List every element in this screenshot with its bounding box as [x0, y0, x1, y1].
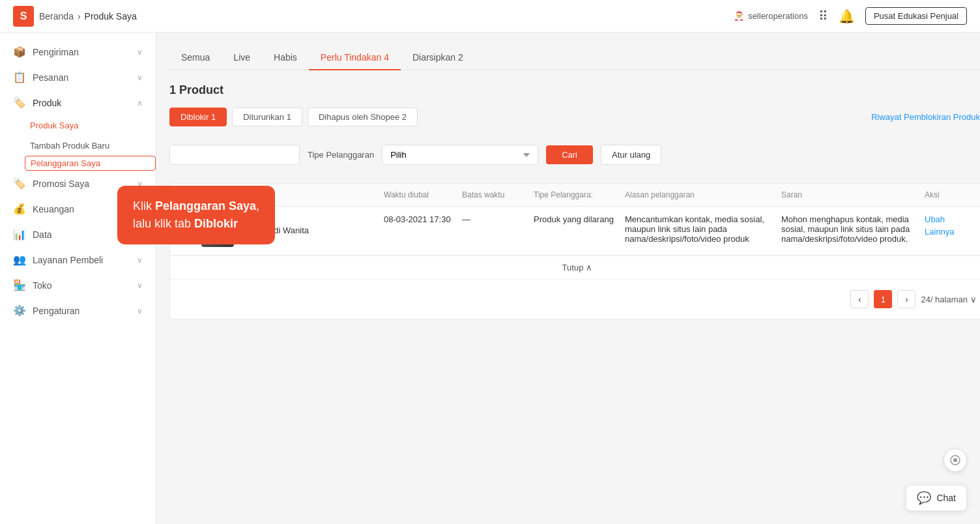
tutup-button[interactable]: Tutup ∧ — [562, 263, 593, 272]
callout-bold1: Pelanggaran Saya — [155, 199, 256, 212]
table-header: Produk Waktu diubal Batas waktu Tipe Pel… — [170, 184, 980, 207]
sidebar-item-pelanggaran-saya[interactable]: Pelanggaran Saya — [25, 156, 156, 171]
current-page[interactable]: 1 — [874, 290, 892, 308]
sidebar-item-tambah-produk[interactable]: Tambah Produk Baru — [30, 136, 156, 156]
per-page-selector[interactable]: 24/ halaman ∨ — [921, 295, 977, 304]
produk-section: 🏷️ Produk ∧ Produk Saya Tambah Produk Ba… — [0, 90, 156, 171]
next-page-button[interactable]: › — [897, 290, 915, 308]
sub-tab-diblokir[interactable]: Diblokir 1 — [169, 108, 227, 126]
tab-habis[interactable]: Habis — [262, 46, 309, 70]
chevron-down-icon: ∨ — [137, 255, 143, 265]
sub-tab-dihapus[interactable]: Dihapus oleh Shopee 2 — [308, 108, 418, 126]
th-tipe: Tipe Pelanggara: — [528, 190, 620, 199]
chevron-down-icon: ∨ — [137, 48, 143, 57]
header-user: 🎅 selleroperations — [734, 11, 808, 21]
th-alasan: Alasan pelanggaran — [620, 190, 776, 199]
sidebar-item-toko[interactable]: 🏪 Toko ∨ — [0, 272, 156, 298]
row-waktu: 08-03-2021 17:30 — [379, 214, 457, 224]
product-count: 1 Product — [169, 83, 980, 97]
tab-live[interactable]: Live — [222, 46, 262, 70]
sub-tab-diturunkan[interactable]: Diturunkan 1 — [232, 108, 302, 126]
row-tipe: Produk yang dilarang — [528, 214, 620, 224]
pengiriman-icon: 📦 — [13, 46, 26, 58]
sidebar-label-data: Data — [33, 229, 52, 240]
callout-tooltip: Klik Pelanggaran Saya,lalu klik tab Dibl… — [117, 186, 275, 244]
header-right: 🎅 selleroperations ⠿ 🔔 Pusat Edukasi Pen… — [734, 7, 967, 25]
prev-page-button[interactable]: ‹ — [850, 290, 869, 308]
promosi-icon: 🏷️ — [13, 177, 26, 190]
tipe-pelanggaran-select[interactable]: Pilih — [382, 145, 538, 165]
ubah-link[interactable]: Ubah — [925, 214, 979, 224]
tab-perlu-tindakan[interactable]: Perlu Tindakan 4 — [309, 46, 401, 70]
sidebar-label-layanan: Layanan Pembeli — [33, 255, 103, 265]
pusat-edukasi-button[interactable]: Pusat Edukasi Penjual — [865, 7, 967, 25]
table-row: ⚠ Diblokir Dress Midi Wanita 08-03-2021 … — [170, 207, 980, 255]
tab-diarsipkan[interactable]: Diarsipkan 2 — [401, 46, 475, 70]
tutup-row: Tutup ∧ — [170, 255, 980, 279]
keuangan-icon: 💰 — [13, 203, 26, 215]
produk-submenu: Produk Saya Tambah Produk Baru Pelanggar… — [0, 115, 156, 171]
main-content: Semua Live Habis Perlu Tindakan 4 Diarsi… — [156, 33, 980, 524]
chevron-down-icon: ∨ — [137, 73, 143, 82]
search-bar: Tipe Pelanggaran Pilih Cari Atur ulang — [169, 137, 980, 173]
layout: 📦 Pengiriman ∨ 📋 Pesanan ∨ 🏷️ Produk ∧ P… — [0, 0, 980, 524]
pagination: ‹ 1 › 24/ halaman ∨ — [170, 279, 980, 319]
atur-ulang-button[interactable]: Atur ulang — [601, 145, 661, 165]
per-page-label: 24/ halaman — [921, 295, 968, 304]
sidebar-item-produk-saya[interactable]: Produk Saya — [30, 115, 156, 136]
breadcrumb-home[interactable]: Beranda — [39, 11, 74, 22]
chat-button[interactable]: 💬 Chat — [906, 485, 967, 511]
main-tabs: Semua Live Habis Perlu Tindakan 4 Diarsi… — [169, 46, 980, 70]
svg-point-1 — [953, 458, 957, 462]
tutup-label: Tutup — [562, 263, 584, 272]
lainnya-link[interactable]: Lainnya — [925, 227, 979, 237]
sidebar-item-pesanan[interactable]: 📋 Pesanan ∨ — [0, 65, 156, 90]
user-avatar-icon: 🎅 — [734, 11, 744, 21]
search-input[interactable] — [169, 145, 300, 165]
sidebar: 📦 Pengiriman ∨ 📋 Pesanan ∨ 🏷️ Produk ∧ P… — [0, 33, 156, 524]
grid-icon[interactable]: ⠿ — [818, 8, 828, 24]
username: selleroperations — [748, 11, 808, 21]
chevron-down-icon: ∨ — [137, 281, 143, 290]
sidebar-item-produk[interactable]: 🏷️ Produk ∧ — [0, 90, 156, 115]
scroll-top-button[interactable] — [944, 448, 967, 472]
th-waktu: Waktu diubal — [379, 190, 457, 199]
pesanan-icon: 📋 — [13, 71, 26, 83]
breadcrumb-separator: › — [78, 11, 81, 22]
chat-icon: 💬 — [917, 491, 931, 505]
row-alasan: Mencantumkan kontak, media sosial, maupu… — [620, 214, 776, 244]
callout-text-before: Klik — [133, 199, 155, 212]
circle-icon — [950, 455, 960, 465]
sidebar-item-pengiriman[interactable]: 📦 Pengiriman ∨ — [0, 39, 156, 65]
product-table: Produk Waktu diubal Batas waktu Tipe Pel… — [169, 183, 980, 319]
chevron-down-icon: ∨ — [970, 295, 977, 304]
breadcrumb-current: Produk Saya — [85, 11, 137, 22]
chevron-up-icon: ∧ — [137, 98, 143, 108]
chevron-down-icon: ∨ — [137, 306, 143, 315]
riwayat-link[interactable]: Riwayat Pemblokiran Produk › — [871, 112, 980, 122]
toko-icon: 🏪 — [13, 279, 26, 291]
layanan-icon: 👥 — [13, 254, 26, 266]
data-icon: 📊 — [13, 228, 26, 240]
shopee-logo: S — [13, 6, 34, 27]
tab-semua[interactable]: Semua — [169, 46, 222, 70]
chat-label: Chat — [936, 493, 956, 503]
breadcrumb: Beranda › Produk Saya — [39, 11, 137, 22]
sidebar-label-pengaturan: Pengaturan — [33, 306, 79, 316]
sidebar-label-toko: Toko — [33, 280, 52, 291]
pengaturan-icon: ⚙️ — [13, 304, 26, 317]
produk-icon: 🏷️ — [13, 96, 26, 109]
sub-tabs-left: Diblokir 1 Diturunkan 1 Dihapus oleh Sho… — [169, 108, 418, 126]
row-aksi: Ubah Lainnya — [919, 214, 980, 239]
th-aksi: Aksi — [919, 190, 980, 199]
notification-icon[interactable]: 🔔 — [839, 8, 855, 24]
sidebar-label-pesanan: Pesanan — [33, 72, 68, 83]
sub-tabs-row: Diblokir 1 Diturunkan 1 Dihapus oleh Sho… — [169, 108, 980, 126]
cari-button[interactable]: Cari — [546, 145, 593, 164]
row-batas: — — [457, 214, 528, 224]
sidebar-item-pengaturan[interactable]: ⚙️ Pengaturan ∨ — [0, 298, 156, 323]
sidebar-item-layanan[interactable]: 👥 Layanan Pembeli ∨ — [0, 247, 156, 272]
th-saran: Saran — [776, 190, 919, 199]
sidebar-label-produk: Produk — [33, 98, 61, 108]
tipe-pelanggaran-label: Tipe Pelanggaran — [308, 150, 374, 160]
